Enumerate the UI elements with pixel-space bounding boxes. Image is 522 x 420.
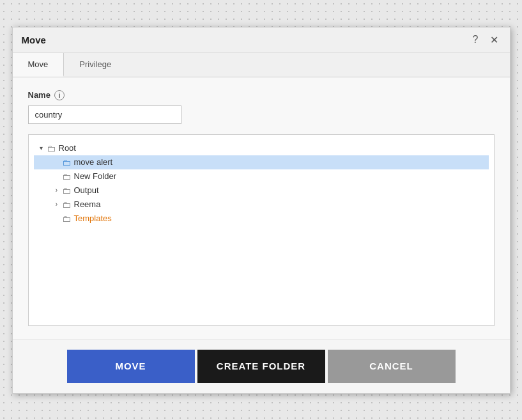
tabs-bar: Move Privilege	[13, 53, 510, 77]
name-input[interactable]	[28, 105, 181, 124]
move-alert-label: move alert	[74, 157, 113, 167]
move-button[interactable]: MOVE	[67, 350, 195, 383]
reema-chevron-icon: ›	[52, 201, 62, 208]
move-alert-folder-icon: 🗀	[62, 157, 71, 167]
move-dialog: Move ? ✕ Move Privilege Name i ▾ 🗀 Root	[12, 27, 510, 394]
templates-label: Templates	[74, 214, 112, 223]
title-bar: Move ? ✕	[13, 27, 510, 53]
tree-item-new-folder[interactable]: 🗀 New Folder	[34, 169, 489, 183]
info-icon: i	[54, 90, 65, 100]
dialog-title: Move	[22, 35, 46, 45]
reema-folder-icon: 🗀	[62, 199, 71, 210]
close-button[interactable]: ✕	[487, 33, 501, 47]
reema-label: Reema	[74, 199, 101, 209]
tab-move[interactable]: Move	[13, 53, 65, 77]
root-label: Root	[59, 143, 76, 153]
root-folder-icon: 🗀	[47, 143, 56, 153]
dialog-body: Name i ▾ 🗀 Root 🗀 move alert 🗀 New Fol	[13, 77, 510, 339]
folder-tree: ▾ 🗀 Root 🗀 move alert 🗀 New Folder › 🗀 O	[28, 134, 495, 326]
cancel-button[interactable]: CANCEL	[328, 350, 456, 383]
help-button[interactable]: ?	[470, 33, 481, 47]
tree-item-reema[interactable]: › 🗀 Reema	[34, 198, 489, 212]
name-label-text: Name	[28, 90, 50, 100]
tree-root[interactable]: ▾ 🗀 Root	[34, 141, 489, 155]
tab-privilege[interactable]: Privilege	[64, 53, 127, 77]
new-folder-label: New Folder	[74, 171, 116, 181]
name-label-row: Name i	[28, 90, 495, 100]
tree-item-output[interactable]: › 🗀 Output	[34, 183, 489, 198]
output-label: Output	[74, 185, 99, 195]
output-folder-icon: 🗀	[62, 185, 71, 196]
create-folder-button[interactable]: CREATE FOLDER	[197, 350, 325, 383]
tree-item-move-alert[interactable]: 🗀 move alert	[34, 155, 489, 169]
root-chevron-icon: ▾	[36, 144, 47, 152]
dialog-footer: MOVE CREATE FOLDER CANCEL	[13, 339, 510, 393]
new-folder-icon: 🗀	[62, 171, 71, 182]
output-chevron-icon: ›	[52, 187, 62, 194]
templates-folder-icon: 🗀	[62, 214, 71, 224]
tree-item-templates[interactable]: 🗀 Templates	[34, 212, 489, 226]
